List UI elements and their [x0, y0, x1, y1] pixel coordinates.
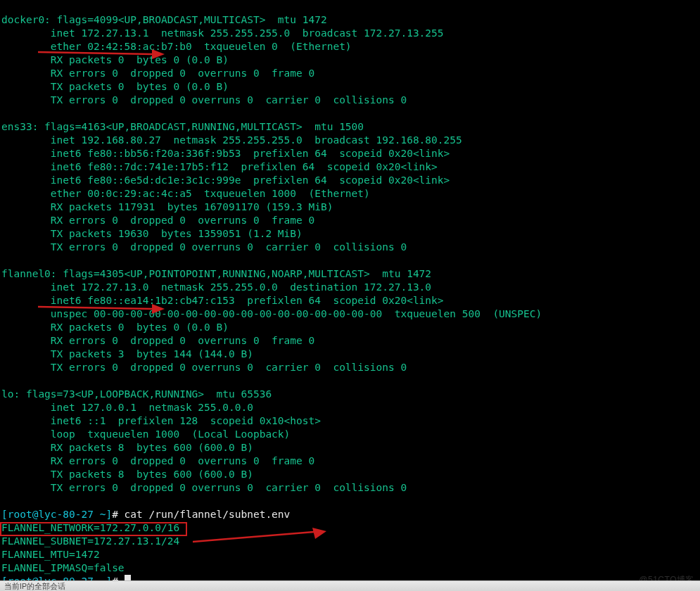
env-subnet: FLANNEL_SUBNET=172.27.13.1/24	[1, 535, 179, 547]
prompt-user-host: [root@lyc-80-27 ~]	[1, 509, 112, 520]
svg-marker-5	[312, 528, 326, 539]
iface-ens33-inet6c: inet6 fe80::6e5d:dc1e:3c1c:999e prefixle…	[1, 174, 450, 186]
iface-docker0-rxerr: RX errors 0 dropped 0 overruns 0 frame 0	[1, 68, 314, 79]
iface-ens33-header: ens33: flags=4163<UP,BROADCAST,RUNNING,M…	[1, 121, 364, 132]
iface-lo-tx: TX packets 8 bytes 600 (600.0 B)	[1, 469, 253, 480]
iface-lo-inet6: inet6 ::1 prefixlen 128 scopeid 0x10<hos…	[1, 415, 321, 426]
iface-docker0-inet: inet 172.27.13.1 netmask 255.255.255.0 b…	[1, 27, 444, 39]
iface-flannel0-unspec: unspec 00-00-00-00-00-00-00-00-00-00-00-…	[1, 308, 542, 319]
iface-flannel0-tx: TX packets 3 bytes 144 (144.0 B)	[1, 348, 253, 360]
env-mtu: FLANNEL_MTU=1472	[1, 549, 100, 560]
iface-flannel0-rx: RX packets 0 bytes 0 (0.0 B)	[1, 322, 229, 333]
iface-ens33-inet: inet 192.168.80.27 netmask 255.255.255.0…	[1, 134, 462, 146]
prompt-line-1: [root@lyc-80-27 ~]# cat /run/flannel/sub…	[1, 509, 290, 520]
iface-ens33-rx: RX packets 117931 bytes 167091170 (159.3…	[1, 201, 333, 212]
iface-docker0-tx: TX packets 0 bytes 0 (0.0 B)	[1, 81, 229, 92]
tab-label[interactable]: 当前IP的全部会话	[4, 580, 65, 592]
iface-lo-txerr: TX errors 0 dropped 0 overruns 0 carrier…	[1, 482, 407, 493]
iface-docker0-ether: ether 02:42:58:ac:b7:b0 txqueuelen 0 (Et…	[1, 41, 352, 52]
iface-ens33-rxerr: RX errors 0 dropped 0 overruns 0 frame 0	[1, 215, 314, 226]
svg-line-4	[193, 532, 314, 542]
iface-lo-rxerr: RX errors 0 dropped 0 overruns 0 frame 0	[1, 455, 314, 466]
iface-flannel0-txerr: TX errors 0 dropped 0 overruns 0 carrier…	[1, 362, 407, 373]
iface-docker0-rx: RX packets 0 bytes 0 (0.0 B)	[1, 54, 229, 65]
terminal[interactable]: docker0: flags=4099<UP,BROADCAST,MULTICA…	[0, 0, 700, 591]
env-ipmasq: FLANNEL_IPMASQ=false	[1, 562, 125, 573]
iface-lo-inet: inet 127.0.0.1 netmask 255.0.0.0	[1, 402, 253, 413]
iface-flannel0-inet: inet 172.27.13.0 netmask 255.255.0.0 des…	[1, 281, 431, 293]
prompt-command: cat /run/flannel/subnet.env	[125, 509, 291, 520]
iface-docker0-header: docker0: flags=4099<UP,BROADCAST,MULTICA…	[1, 14, 327, 25]
iface-flannel0-rxerr: RX errors 0 dropped 0 overruns 0 frame 0	[1, 335, 314, 346]
iface-lo-loop: loop txqueuelen 1000 (Local Loopback)	[1, 428, 290, 440]
iface-ens33-inet6b: inet6 fe80::7dc:741e:17b5:f12 prefixlen …	[1, 161, 438, 172]
iface-lo-rx: RX packets 8 bytes 600 (600.0 B)	[1, 442, 253, 453]
iface-ens33-txerr: TX errors 0 dropped 0 overruns 0 carrier…	[1, 241, 407, 253]
iface-flannel0-inet6: inet6 fe80::ea14:1b2:cb47:c153 prefixlen…	[1, 295, 444, 306]
iface-lo-header: lo: flags=73<UP,LOOPBACK,RUNNING> mtu 65…	[1, 388, 272, 400]
iface-ens33-tx: TX packets 19630 bytes 1359051 (1.2 MiB)	[1, 228, 303, 239]
prompt-hash: #	[112, 509, 124, 520]
env-network: FLANNEL_NETWORK=172.27.0.0/16	[1, 522, 179, 533]
iface-docker0-txerr: TX errors 0 dropped 0 overruns 0 carrier…	[1, 94, 407, 106]
iface-ens33-inet6a: inet6 fe80::bb56:f20a:336f:9b53 prefixle…	[1, 148, 450, 159]
iface-flannel0-header: flannel0: flags=4305<UP,POINTOPOINT,RUNN…	[1, 268, 431, 279]
tab-bar[interactable]: 当前IP的全部会话	[0, 580, 700, 591]
iface-ens33-ether: ether 00:0c:29:ac:4c:a5 txqueuelen 1000 …	[1, 188, 370, 199]
